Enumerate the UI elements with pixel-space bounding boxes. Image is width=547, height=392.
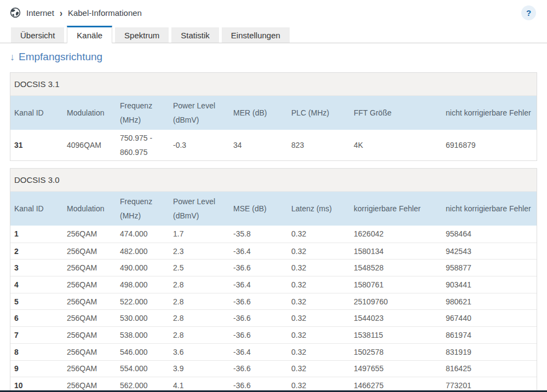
table-header-row: Kanal IDModulationFrequenz (MHz)Power Le… xyxy=(10,96,537,130)
table-cell: 2.8 xyxy=(169,328,229,342)
table-cell: 498.000 xyxy=(116,278,169,292)
table-cell: 4 xyxy=(10,278,63,292)
table-row: 3256QAM490.0002.5-36.60.321548528958877 xyxy=(10,259,537,276)
column-header: PLC (MHz) xyxy=(287,106,350,120)
table-cell: 1.7 xyxy=(169,227,229,241)
table-cell: 474.000 xyxy=(116,227,169,241)
tab-uebersicht[interactable]: Übersicht xyxy=(11,27,64,43)
table-cell: 2.8 xyxy=(169,295,229,309)
table-cell: 0.32 xyxy=(287,244,350,258)
column-header: nicht korrigierbare Fehler xyxy=(442,201,537,216)
breadcrumb-item-internet[interactable]: Internet xyxy=(26,8,54,18)
column-header: Frequenz (MHz) xyxy=(116,194,169,223)
table-cell: 2.5 xyxy=(169,261,229,275)
table-cell: 958464 xyxy=(442,227,537,241)
table-cell: 530.000 xyxy=(116,311,169,325)
table-row: 4256QAM498.0002.8-36.40.321580761903441 xyxy=(10,276,537,293)
docsis-3-1-table: DOCSIS 3.1 Kanal IDModulationFrequenz (M… xyxy=(10,72,537,161)
table-cell: -36.6 xyxy=(229,261,287,275)
help-button[interactable]: ? xyxy=(521,5,536,20)
table-row: 5256QAM522.0002.8-36.60.3225109760980621 xyxy=(10,293,537,310)
section-heading-empfangsrichtung[interactable]: ↓ Empfangsrichtung xyxy=(10,51,537,63)
table-cell: 256QAM xyxy=(63,295,116,309)
table-cell: 0.32 xyxy=(287,261,350,275)
table-cell: 2.8 xyxy=(169,311,229,325)
table-cell: 1580134 xyxy=(350,244,442,258)
table-cell: 2.3 xyxy=(169,244,229,258)
table-cell: 3 xyxy=(10,261,63,275)
table-cell: 0.32 xyxy=(287,278,350,292)
table-cell: 8 xyxy=(10,345,63,359)
table-cell: -36.4 xyxy=(229,345,287,359)
table-cell: 256QAM xyxy=(63,244,116,258)
column-header: Latenz (ms) xyxy=(287,201,350,216)
chevron-right-icon: › xyxy=(60,7,62,18)
docsis-3-0-table: DOCSIS 3.0 Kanal IDModulationFrequenz (M… xyxy=(10,168,537,392)
table-cell: 256QAM xyxy=(63,261,116,275)
table-cell: 816425 xyxy=(442,361,537,376)
table-cell: 9 xyxy=(10,361,63,376)
table-row: 6256QAM530.0002.8-36.60.321544023967440 xyxy=(10,309,537,326)
table-cell: -36.6 xyxy=(229,361,287,376)
table-cell: 1502578 xyxy=(350,345,442,359)
table-cell: 0.32 xyxy=(287,295,350,309)
column-header: Modulation xyxy=(63,201,116,216)
table-cell: 967440 xyxy=(442,311,537,325)
breadcrumb-item-kabel-informationen[interactable]: Kabel-Informationen xyxy=(68,8,142,18)
table-cell: -36.4 xyxy=(229,278,287,292)
table-cell: 538.000 xyxy=(116,328,169,342)
column-header: korrigierbare Fehler xyxy=(350,201,442,216)
column-header: Kanal ID xyxy=(10,201,63,216)
table-cell: -36.6 xyxy=(229,311,287,325)
table-row: 7256QAM538.0002.8-36.60.321538115861974 xyxy=(10,326,537,343)
tab-kanaele[interactable]: Kanäle xyxy=(67,26,112,43)
table-cell: 3.9 xyxy=(169,361,229,376)
column-header: MSE (dB) xyxy=(229,201,287,216)
table-row: 314096QAM750.975 - 860.975-0.3348234K691… xyxy=(10,130,537,160)
table-cell: 256QAM xyxy=(63,227,116,241)
column-header: nicht korrigierbare Fehler xyxy=(442,106,537,120)
table-cell: 1626042 xyxy=(350,227,442,241)
section-heading-label: Empfangsrichtung xyxy=(19,51,102,63)
globe-icon xyxy=(10,7,21,18)
table-cell: 903441 xyxy=(442,278,537,292)
table-cell: 0.32 xyxy=(287,361,350,376)
table-cell: 25109760 xyxy=(350,295,442,309)
table-cell: 750.975 - 860.975 xyxy=(116,131,169,159)
table-cell: 980621 xyxy=(442,295,537,309)
column-header: FFT Größe xyxy=(350,106,442,120)
table-cell: 861974 xyxy=(442,328,537,342)
table-cell: 256QAM xyxy=(63,311,116,325)
table-cell: 4K xyxy=(350,138,442,152)
column-header: Frequenz (MHz) xyxy=(116,99,169,127)
table-row: 10256QAM562.0004.1-36.60.321466275773201 xyxy=(10,377,537,392)
table-cell: 2 xyxy=(10,244,63,258)
table-cell: 1497655 xyxy=(350,361,442,376)
table-row: 9256QAM554.0003.9-36.60.321497655816425 xyxy=(10,360,537,377)
table-cell: 522.000 xyxy=(116,295,169,309)
table-cell: 6916879 xyxy=(442,138,537,152)
table-cell: 3.6 xyxy=(169,345,229,359)
table-cell: 823 xyxy=(287,138,350,152)
column-header: Modulation xyxy=(63,106,116,120)
table-cell: 482.000 xyxy=(116,244,169,258)
table-header-row: Kanal IDModulationFrequenz (MHz)Power Le… xyxy=(10,192,537,226)
cable-information-page: Internet › Kabel-Informationen ? Übersic… xyxy=(0,0,547,392)
table-cell: 0.32 xyxy=(287,227,350,241)
tab-spektrum[interactable]: Spektrum xyxy=(115,27,169,43)
table-cell: 6 xyxy=(10,311,63,325)
table-row: 1256QAM474.0001.7-35.80.321626042958464 xyxy=(10,226,537,243)
table-cell: 490.000 xyxy=(116,261,169,275)
tab-einstellungen[interactable]: Einstellungen xyxy=(222,27,290,43)
table-cell: 831919 xyxy=(442,345,537,359)
table-body: 314096QAM750.975 - 860.975-0.3348234K691… xyxy=(10,130,537,160)
table-cell: 256QAM xyxy=(63,278,116,292)
table-cell: -36.6 xyxy=(229,295,287,309)
table-cell: 7 xyxy=(10,328,63,342)
table-cell: -36.4 xyxy=(229,244,287,258)
column-header: Power Level (dBmV) xyxy=(169,194,229,223)
table-cell: 1548528 xyxy=(350,261,442,275)
table-cell: 0.32 xyxy=(287,311,350,325)
tab-statistik[interactable]: Statistik xyxy=(171,27,219,43)
table-cell: 31 xyxy=(10,138,63,152)
